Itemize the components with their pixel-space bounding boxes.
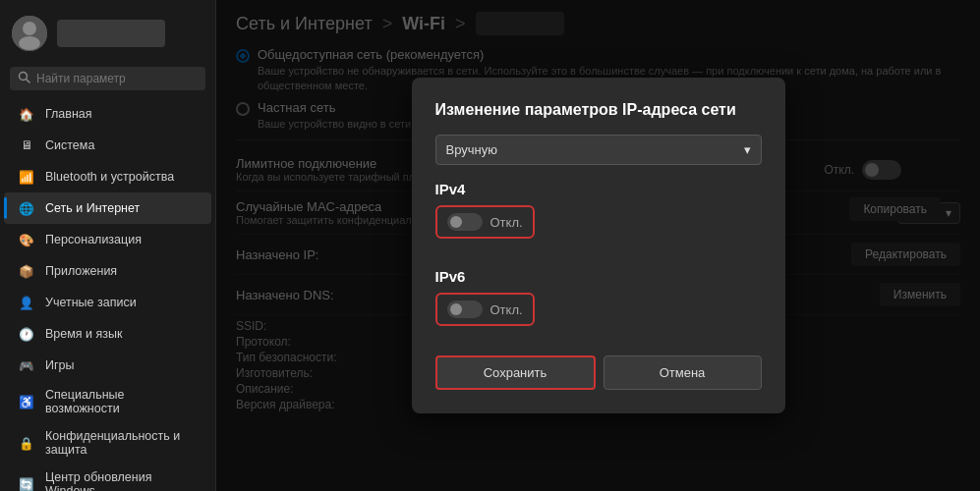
- privacy-icon: 🔒: [18, 434, 35, 452]
- ip-settings-modal: Изменение параметров IP-адреса сети Вруч…: [412, 78, 785, 413]
- ipv4-toggle-row: Откл.: [435, 205, 535, 239]
- svg-line-4: [27, 80, 30, 83]
- svg-point-1: [23, 22, 36, 35]
- avatar: [12, 16, 47, 51]
- sidebar-item-network[interactable]: 🌐Сеть и Интернет: [4, 192, 211, 224]
- home-icon: 🏠: [18, 105, 35, 123]
- username-box: [57, 20, 165, 47]
- sidebar-label-games: Игры: [45, 358, 74, 372]
- sidebar-label-accessibility: Специальные возможности: [45, 388, 198, 415]
- ipv6-toggle-row: Откл.: [435, 293, 535, 326]
- nav-list: 🏠Главная🖥Система📶Bluetooth и устройства🌐…: [0, 98, 215, 491]
- sidebar-item-update[interactable]: 🔄Центр обновления Windows: [4, 464, 211, 491]
- sidebar: 🏠Главная🖥Система📶Bluetooth и устройства🌐…: [0, 0, 216, 491]
- ipv6-label: IPv6: [435, 268, 762, 285]
- modal-title: Изменение параметров IP-адреса сети: [435, 101, 762, 119]
- sidebar-label-bluetooth: Bluetooth и устройства: [45, 170, 174, 184]
- system-icon: 🖥: [18, 136, 35, 154]
- search-icon: [18, 71, 30, 86]
- sidebar-label-home: Главная: [45, 107, 92, 121]
- sidebar-item-personalization[interactable]: 🎨Персонализация: [4, 224, 211, 255]
- sidebar-item-bluetooth[interactable]: 📶Bluetooth и устройства: [4, 161, 211, 192]
- search-box[interactable]: [10, 67, 205, 90]
- update-icon: 🔄: [18, 475, 35, 491]
- sidebar-label-personalization: Персонализация: [45, 233, 142, 246]
- games-icon: 🎮: [18, 356, 35, 374]
- modal-mode-dropdown[interactable]: Вручную ▾: [435, 135, 762, 165]
- modal-dropdown-arrow: ▾: [744, 142, 751, 157]
- accessibility-icon: ♿: [18, 393, 35, 410]
- ipv4-toggle-label: Откл.: [490, 215, 523, 230]
- user-profile[interactable]: [0, 8, 215, 63]
- modal-buttons: Сохранить Отмена: [435, 355, 762, 390]
- sidebar-item-games[interactable]: 🎮Игры: [4, 350, 211, 381]
- ipv4-label: IPv4: [435, 181, 762, 197]
- svg-point-2: [19, 36, 40, 50]
- time-icon: 🕐: [18, 325, 35, 343]
- sidebar-item-privacy[interactable]: 🔒Конфиденциальность и защита: [4, 422, 211, 464]
- cancel-button[interactable]: Отмена: [604, 355, 762, 390]
- sidebar-label-accounts: Учетные записи: [45, 296, 137, 309]
- sidebar-item-apps[interactable]: 📦Приложения: [4, 255, 211, 287]
- search-input[interactable]: [36, 72, 198, 85]
- sidebar-item-time[interactable]: 🕐Время и язык: [4, 318, 211, 350]
- bluetooth-icon: 📶: [18, 168, 35, 186]
- sidebar-item-accessibility[interactable]: ♿Специальные возможности: [4, 381, 211, 422]
- modal-mode-value: Вручную: [446, 142, 497, 157]
- sidebar-item-accounts[interactable]: 👤Учетные записи: [4, 287, 211, 318]
- sidebar-label-network: Сеть и Интернет: [45, 201, 140, 215]
- sidebar-label-update: Центр обновления Windows: [45, 470, 198, 491]
- sidebar-item-system[interactable]: 🖥Система: [4, 130, 211, 161]
- accounts-icon: 👤: [18, 294, 35, 311]
- main-content: Сеть и Интернет > Wi-Fi > Общедоступная …: [216, 0, 980, 491]
- sidebar-label-system: Система: [45, 138, 94, 152]
- apps-icon: 📦: [18, 262, 35, 280]
- ipv4-toggle[interactable]: [447, 213, 483, 231]
- sidebar-item-home[interactable]: 🏠Главная: [4, 98, 211, 130]
- save-button[interactable]: Сохранить: [435, 355, 596, 390]
- personalization-icon: 🎨: [18, 231, 35, 248]
- network-icon: 🌐: [18, 199, 35, 217]
- ipv6-toggle-label: Откл.: [490, 302, 523, 317]
- ipv6-toggle[interactable]: [447, 300, 483, 318]
- modal-overlay: Изменение параметров IP-адреса сети Вруч…: [216, 0, 980, 491]
- sidebar-label-apps: Приложения: [45, 264, 117, 278]
- sidebar-label-time: Время и язык: [45, 327, 123, 341]
- sidebar-label-privacy: Конфиденциальность и защита: [45, 429, 198, 457]
